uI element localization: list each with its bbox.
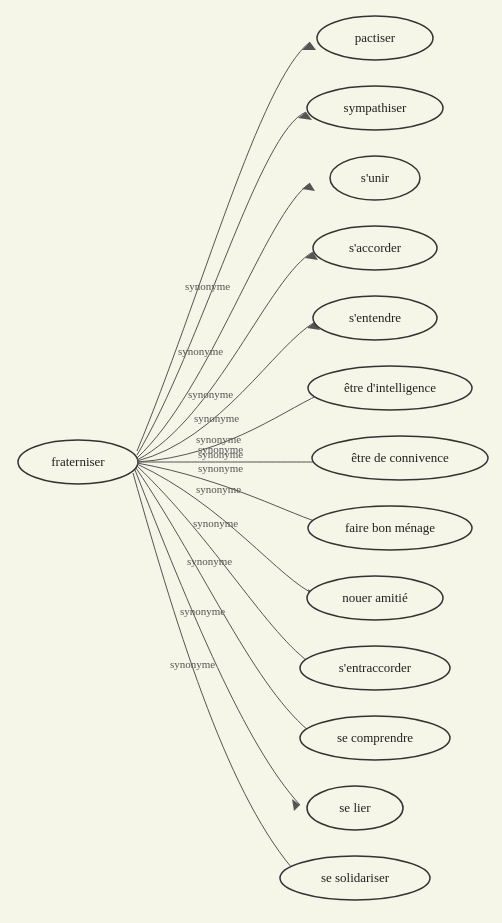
- edge-label-7: synonyme: [198, 448, 243, 460]
- label-se-solidariser: se solidariser: [321, 870, 390, 885]
- edge-label-9: synonyme: [193, 517, 238, 529]
- edge-label-4: synonyme: [194, 412, 239, 424]
- label-saccorder: s'accorder: [349, 240, 402, 255]
- edge-label-1: synonyme: [185, 280, 230, 292]
- label-sentraccorder: s'entraccorder: [339, 660, 412, 675]
- label-etre-intelligence: être d'intelligence: [344, 380, 436, 395]
- center-label: fraterniser: [51, 454, 105, 469]
- label-se-lier: se lier: [339, 800, 371, 815]
- label-faire-bon-menage: faire bon ménage: [345, 520, 435, 535]
- edge-label-11: synonyme: [180, 605, 225, 617]
- label-se-comprendre: se comprendre: [337, 730, 413, 745]
- edge-label-10: synonyme: [187, 555, 232, 567]
- label-sentendre: s'entendre: [349, 310, 401, 325]
- label-sympathiser: sympathiser: [344, 100, 407, 115]
- label-etre-connivence: être de connivence: [351, 450, 449, 465]
- edge-label-2: synonyme: [178, 345, 223, 357]
- edge-label-8: synonyme: [196, 483, 241, 495]
- edge-label-7b: synonyme: [198, 462, 243, 474]
- label-sunir: s'unir: [361, 170, 390, 185]
- svg-marker-0: [302, 42, 316, 50]
- label-pactiser: pactiser: [355, 30, 396, 45]
- svg-marker-2: [302, 183, 315, 191]
- synonym-graph: fraterniser synonyme synonyme synonyme s…: [0, 0, 502, 923]
- label-nouer-amitie: nouer amitié: [342, 590, 408, 605]
